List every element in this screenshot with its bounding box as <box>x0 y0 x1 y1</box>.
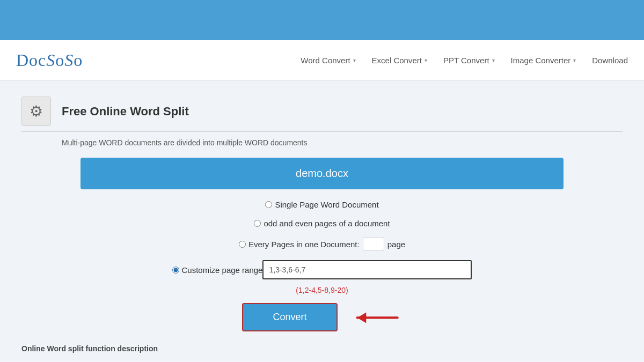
word-convert-dropdown-arrow: ▾ <box>353 57 356 63</box>
upload-file-button[interactable]: demo.docx <box>80 158 564 189</box>
option-odd-even: odd and even pages of a document <box>80 219 564 228</box>
convert-area: Convert <box>80 303 564 331</box>
ppt-convert-dropdown-arrow: ▾ <box>492 57 495 63</box>
radio-every-pages[interactable] <box>239 241 246 248</box>
header: DocSoSo Word Convert ▾ Excel Convert ▾ P… <box>0 40 644 80</box>
nav-download[interactable]: Download <box>592 56 628 65</box>
svg-marker-1 <box>357 312 366 323</box>
option-customize-range: Customize page range <box>80 260 564 279</box>
main-nav: Word Convert ▾ Excel Convert ▾ PPT Conve… <box>301 56 628 65</box>
range-input[interactable] <box>262 260 472 279</box>
red-arrow-icon <box>348 304 402 331</box>
logo[interactable]: DocSoSo <box>16 50 83 70</box>
nav-image-converter[interactable]: Image Converter ▾ <box>511 56 576 65</box>
label-odd-even[interactable]: odd and even pages of a document <box>264 219 390 228</box>
footer-description: Online Word split function description <box>21 344 623 353</box>
option-every-pages: Every Pages in one Document: page <box>80 238 564 250</box>
page-description: Multi-page WORD documents are divided in… <box>62 138 623 147</box>
nav-excel-convert[interactable]: Excel Convert ▾ <box>372 56 427 65</box>
every-pages-input[interactable] <box>363 238 384 250</box>
radio-single-page[interactable] <box>265 201 272 208</box>
convert-button[interactable]: Convert <box>242 303 337 331</box>
image-converter-dropdown-arrow: ▾ <box>573 57 576 63</box>
gear-icon: ⚙ <box>21 97 51 126</box>
page-suffix: page <box>387 240 405 249</box>
nav-word-convert[interactable]: Word Convert ▾ <box>301 56 355 65</box>
excel-convert-dropdown-arrow: ▾ <box>425 57 427 63</box>
radio-odd-even[interactable] <box>254 220 261 227</box>
option-single-page: Single Page Word Document <box>80 200 564 209</box>
main-content: ⚙ Free Online Word Split Multi-page WORD… <box>0 80 644 362</box>
label-customize-range[interactable]: Customize page range <box>182 265 263 275</box>
label-single-page[interactable]: Single Page Word Document <box>275 200 378 209</box>
top-decorative-bar <box>0 0 644 40</box>
radio-customize-range[interactable] <box>172 267 179 274</box>
nav-ppt-convert[interactable]: PPT Convert ▾ <box>443 56 495 65</box>
hint-text: (1,2-4,5-8,9-20) <box>80 286 564 294</box>
options-section: Single Page Word Document odd and even p… <box>80 200 564 331</box>
header-divider <box>21 131 623 132</box>
page-title: Free Online Word Split <box>62 105 189 119</box>
page-header: ⚙ Free Online Word Split <box>21 97 623 126</box>
label-every-pages[interactable]: Every Pages in one Document: <box>248 240 360 249</box>
arrow-indicator <box>348 304 402 331</box>
